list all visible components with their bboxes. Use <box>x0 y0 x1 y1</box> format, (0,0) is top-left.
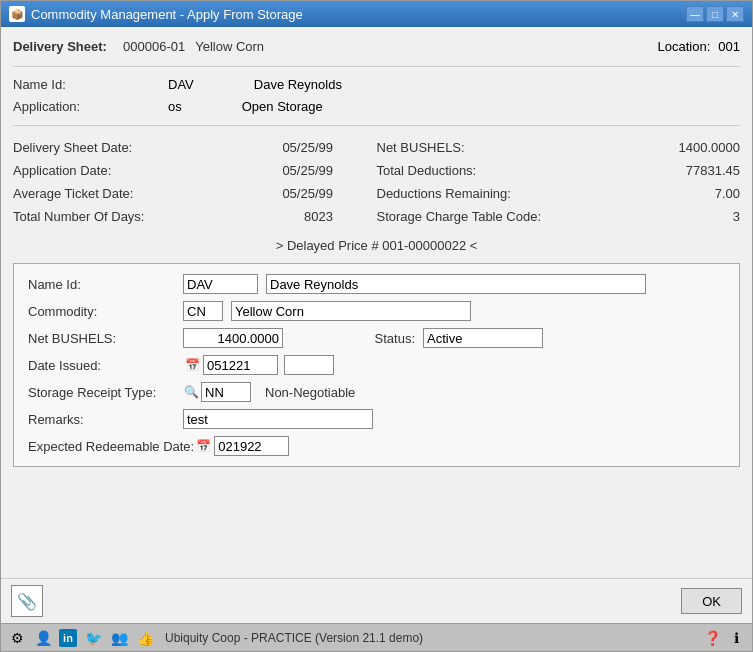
form-name-id-label: Name Id: <box>28 277 183 292</box>
right-data-grid: Net BUSHELS: 1400.0000 Total Deductions:… <box>377 136 741 228</box>
ok-button[interactable]: OK <box>681 588 742 614</box>
name-id-static-row: Name Id: DAV Dave Reynolds <box>13 77 740 92</box>
name-id-static-value: DAV <box>168 77 194 92</box>
taskbar-info-icon[interactable]: ℹ <box>726 628 746 648</box>
application-date: 05/25/99 <box>213 159 333 182</box>
title-bar: 📦 Commodity Management - Apply From Stor… <box>1 1 752 27</box>
taskbar-like-icon[interactable]: 👍 <box>135 628 155 648</box>
form-commodity-label: Commodity: <box>28 304 183 319</box>
window-controls[interactable]: — □ ✕ <box>686 6 744 22</box>
delivery-sheet-date-label: Delivery Sheet Date: <box>13 136 213 159</box>
form-commodity-row: Commodity: <box>28 301 725 321</box>
deductions-remaining: 7.00 <box>577 182 741 205</box>
form-storage-receipt-row: Storage Receipt Type: 🔍 Non-Negotiable <box>28 382 725 402</box>
location-value: 001 <box>718 39 740 54</box>
left-data-grid: Delivery Sheet Date: 05/25/99 Applicatio… <box>13 136 377 228</box>
name-id-full-input[interactable] <box>266 274 646 294</box>
taskbar-user-icon[interactable]: 👤 <box>33 628 53 648</box>
search-icon[interactable]: 🔍 <box>183 384 199 400</box>
date-status-box <box>284 355 334 375</box>
form-net-bushels-row: Net BUSHELS: Status: <box>28 328 725 348</box>
form-date-issued-row: Date Issued: 📅 <box>28 355 725 375</box>
storage-receipt-desc: Non-Negotiable <box>265 385 355 400</box>
attachment-button[interactable]: 📎 <box>11 585 43 617</box>
taskbar: ⚙ 👤 in 🐦 👥 👍 Ubiquity Coop - PRACTICE (V… <box>1 623 752 651</box>
bottom-bar: 📎 OK <box>1 578 752 623</box>
application-date-label: Application Date: <box>13 159 213 182</box>
application-label: Application: <box>13 99 168 114</box>
taskbar-twitter-icon[interactable]: 🐦 <box>83 628 103 648</box>
net-bushels-input[interactable] <box>183 328 283 348</box>
date-issued-input[interactable] <box>203 355 278 375</box>
form-remarks-label: Remarks: <box>28 412 183 427</box>
delivery-sheet-label: Delivery Sheet: <box>13 39 123 54</box>
form-storage-receipt-label: Storage Receipt Type: <box>28 385 183 400</box>
expected-date-input[interactable] <box>214 436 289 456</box>
form-name-id-row: Name Id: <box>28 274 725 294</box>
average-ticket-date-label: Average Ticket Date: <box>13 182 213 205</box>
taskbar-text: Ubiquity Coop - PRACTICE (Version 21.1 d… <box>165 631 423 645</box>
window-icon: 📦 <box>9 6 25 22</box>
maximize-button[interactable]: □ <box>706 6 724 22</box>
net-bushels: 1400.0000 <box>577 136 741 159</box>
taskbar-users-icon[interactable]: 👥 <box>109 628 129 648</box>
taskbar-settings-icon[interactable]: ⚙ <box>7 628 27 648</box>
name-id-code-input[interactable] <box>183 274 258 294</box>
commodity-name-header: Yellow Corn <box>195 39 264 54</box>
taskbar-linkedin-icon[interactable]: in <box>59 629 77 647</box>
calendar-icon[interactable]: 📅 <box>183 356 201 374</box>
remarks-input[interactable] <box>183 409 373 429</box>
close-button[interactable]: ✕ <box>726 6 744 22</box>
taskbar-help-icon[interactable]: ❓ <box>702 628 722 648</box>
form-date-issued-label: Date Issued: <box>28 358 183 373</box>
form-net-bushels-label: Net BUSHELS: <box>28 331 183 346</box>
average-ticket-date: 05/25/99 <box>213 182 333 205</box>
storage-charge: 3 <box>577 205 741 228</box>
net-bushels-label: Net BUSHELS: <box>377 136 577 159</box>
form-section: Name Id: Commodity: Net BUSHELS: Status:… <box>13 263 740 467</box>
application-code: os <box>168 99 182 114</box>
delayed-price-text: > Delayed Price # 001-00000022 < <box>13 228 740 259</box>
deductions-remaining-label: Deductions Remaining: <box>377 182 577 205</box>
commodity-code-input[interactable] <box>183 301 223 321</box>
minimize-button[interactable]: — <box>686 6 704 22</box>
storage-charge-label: Storage Charge Table Code: <box>377 205 577 228</box>
attachment-icon: 📎 <box>17 592 37 611</box>
delivery-sheet-value: 000006-01 <box>123 39 185 54</box>
status-input[interactable] <box>423 328 543 348</box>
application-static-row: Application: os Open Storage <box>13 99 740 114</box>
calendar-redeemable-icon[interactable]: 📅 <box>194 437 212 455</box>
total-deductions: 77831.45 <box>577 159 741 182</box>
name-id-static-label: Name Id: <box>13 77 168 92</box>
form-remarks-row: Remarks: <box>28 409 725 429</box>
window-title: Commodity Management - Apply From Storag… <box>31 7 303 22</box>
form-expected-date-label: Expected Redeemable Date: <box>28 439 194 454</box>
application-desc: Open Storage <box>242 99 323 114</box>
form-expected-date-row: Expected Redeemable Date: 📅 <box>28 436 725 456</box>
location-label: Location: <box>658 39 711 54</box>
commodity-name-input[interactable] <box>231 301 471 321</box>
delivery-sheet-row: Delivery Sheet: 000006-01 Yellow Corn Lo… <box>13 35 740 58</box>
total-days: 8023 <box>213 205 333 228</box>
total-deductions-label: Total Deductions: <box>377 159 577 182</box>
storage-receipt-code-input[interactable] <box>201 382 251 402</box>
total-days-label: Total Number Of Days: <box>13 205 213 228</box>
form-status-label: Status: <box>343 331 423 346</box>
name-full-static: Dave Reynolds <box>254 77 342 92</box>
delivery-sheet-date: 05/25/99 <box>213 136 333 159</box>
